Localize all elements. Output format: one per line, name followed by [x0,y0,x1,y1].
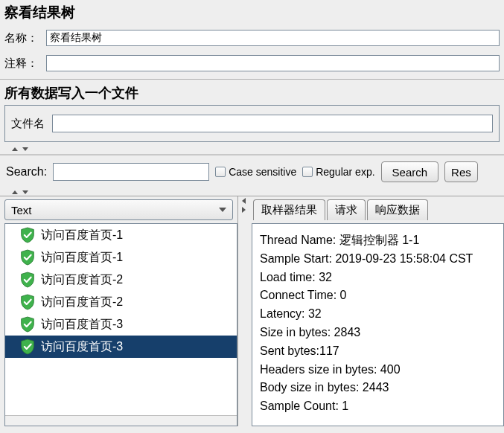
left-pane: Text 访问百度首页-1 访问百度首页-1 访问百度首页-2 访问百度首页-2… [0,196,238,426]
detail-key: Load time: [260,271,319,283]
detail-value: 400 [380,363,401,376]
detail-row: Body size in bytes: 2443 [260,379,496,397]
detail-value: 1 [342,400,348,412]
checkbox-icon [215,167,226,177]
tree-item[interactable]: 访问百度首页-1 [5,246,237,269]
detail-value: 32 [319,271,332,283]
triangle-left-icon [242,198,246,204]
case-sensitive-checkbox[interactable]: Case sensitive [215,166,296,178]
triangle-down-icon [22,147,28,151]
name-row: 名称： [0,28,504,54]
tree-item-label: 访问百度首页-1 [41,250,123,266]
success-shield-icon [20,249,35,266]
name-label: 名称： [4,31,40,45]
search-label: Search: [6,165,47,179]
search-button[interactable]: Search [381,161,439,182]
detail-key: Sample Count: [260,400,342,412]
write-all-data-heading: 所有数据写入一个文件 [0,80,504,105]
comment-label: 注释： [4,57,40,71]
detail-value: 逻辑控制器 1-1 [339,234,420,246]
regex-label: Regular exp. [316,166,374,178]
detail-key: Headers size in bytes: [260,363,380,376]
search-row: Search: Case sensitive Regular exp. Sear… [0,155,504,188]
detail-key: Sent bytes: [260,344,319,357]
detail-value: 32 [308,307,322,320]
detail-value: 2019-09-23 15:58:04 CST [335,252,473,265]
right-pane: 取样器结果请求响应数据 Thread Name: 逻辑控制器 1-1Sample… [249,196,504,426]
tree-item[interactable]: 访问百度首页-1 [5,224,237,246]
reset-button[interactable]: Res [444,161,478,182]
detail-value: 2443 [363,381,389,394]
tree-item-label: 访问百度首页-2 [41,295,123,310]
regex-checkbox[interactable]: Regular exp. [302,166,374,178]
triangle-right-icon [242,207,246,213]
tree-item[interactable]: 访问百度首页-2 [5,291,237,313]
name-input[interactable] [46,30,500,46]
results-tree[interactable]: 访问百度首页-1 访问百度首页-1 访问百度首页-2 访问百度首页-2 访问百度… [4,223,237,426]
detail-key: Body size in bytes: [260,381,363,394]
success-shield-icon [20,339,35,355]
tree-item-label: 访问百度首页-2 [41,272,123,288]
comment-row: 注释： [0,54,504,79]
detail-key: Size in bytes: [260,326,334,339]
detail-row: Sent bytes:117 [260,342,496,361]
split-pane: Text 访问百度首页-1 访问百度首页-1 访问百度首页-2 访问百度首页-2… [0,196,504,426]
search-input[interactable] [53,163,209,181]
detail-row: Size in bytes: 2843 [260,324,496,342]
success-shield-icon [20,227,35,243]
detail-row: Headers size in bytes: 400 [260,361,496,379]
case-sensitive-label: Case sensitive [229,166,296,178]
renderer-selected: Text [11,204,32,216]
collapse-toggle-top[interactable] [0,145,504,153]
triangle-up-icon [12,190,18,194]
detail-value: 2843 [334,326,361,339]
tree-item-label: 访问百度首页-3 [41,317,123,333]
success-shield-icon [20,294,35,310]
tree-item[interactable]: 访问百度首页-3 [5,313,237,336]
success-shield-icon [20,316,35,333]
horizontal-scrollbar[interactable] [5,415,237,426]
detail-row: Sample Start: 2019-09-23 15:58:04 CST [260,250,496,269]
detail-key: Connect Time: [260,289,340,301]
detail-row: Thread Name: 逻辑控制器 1-1 [260,231,496,250]
tab[interactable]: 响应数据 [367,199,428,220]
comment-input[interactable] [46,55,500,71]
tree-item[interactable]: 访问百度首页-2 [5,269,237,291]
detail-row: Load time: 32 [260,269,496,287]
detail-row: Latency: 32 [260,305,496,324]
split-handle[interactable] [238,196,249,426]
file-panel: 文件名 [4,105,500,142]
renderer-combo[interactable]: Text [4,199,233,220]
triangle-down-icon [22,190,28,194]
detail-row: Sample Count: 1 [260,397,496,416]
sampler-result-panel: Thread Name: 逻辑控制器 1-1Sample Start: 2019… [252,223,504,426]
detail-row: Connect Time: 0 [260,286,496,305]
triangle-up-icon [12,147,18,151]
tab-bar: 取样器结果请求响应数据 [249,196,504,220]
detail-key: Sample Start: [260,252,335,265]
collapse-toggle-mid[interactable] [0,188,504,196]
detail-key: Latency: [260,307,308,320]
checkbox-icon [302,167,313,177]
tab[interactable]: 请求 [327,199,366,220]
chevron-down-icon [219,208,226,212]
tree-item[interactable]: 访问百度首页-3 [5,336,237,358]
detail-value: 0 [340,289,347,301]
tab[interactable]: 取样器结果 [253,199,325,220]
detail-key: Thread Name: [260,234,339,246]
detail-value: 117 [319,344,339,357]
tree-item-label: 访问百度首页-1 [41,228,123,243]
filename-input[interactable] [52,115,493,132]
page-title: 察看结果树 [0,0,504,28]
tree-item-label: 访问百度首页-3 [41,339,123,355]
filename-label: 文件名 [11,117,45,131]
success-shield-icon [20,272,35,288]
